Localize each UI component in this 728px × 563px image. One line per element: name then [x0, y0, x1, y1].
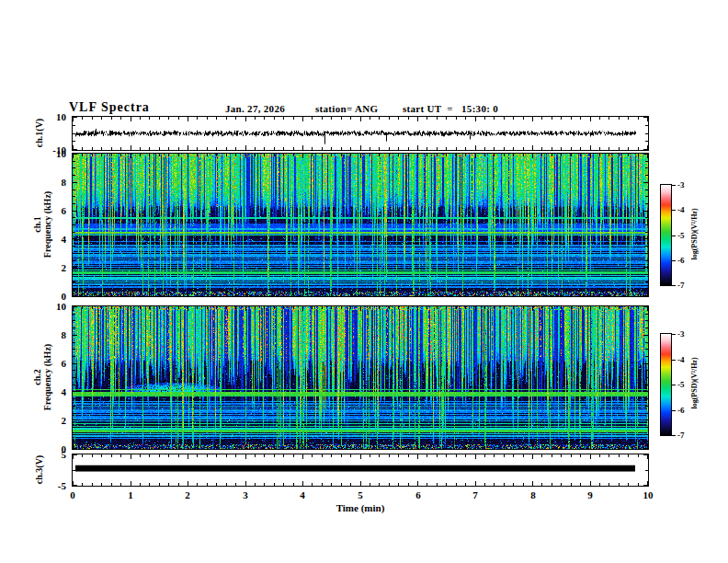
frequency-unit-label: Frequency (kHz): [42, 344, 52, 410]
colorbar-tick-mark: [672, 260, 676, 261]
colorbar-tick-label: -3: [677, 330, 685, 339]
vlf-spectra-figure: VLF Spectra Jan. 27, 2026 station= ANG s…: [0, 0, 728, 563]
colorbar-tick-mark: [672, 185, 676, 186]
x-tick-label: 4: [284, 489, 321, 500]
colorbar-tick-label: -4: [677, 206, 685, 214]
frequency-unit-label: Frequency (kHz): [42, 191, 52, 258]
x-tick-label: 9: [572, 489, 609, 500]
colorbar-tick-mark: [672, 435, 676, 436]
ch1-spectrogram-canvas: [73, 154, 648, 296]
date-label: Jan. 27, 2026: [225, 103, 285, 114]
y-tick-label: 8: [35, 177, 66, 188]
ch1-colorbar-label: log(PSD)(V²/Hz): [690, 161, 699, 308]
colorbar-tick-mark: [672, 360, 676, 361]
x-tick-label: 10: [630, 489, 666, 500]
ch1-waveform-panel: [72, 116, 649, 151]
y-tick-label: 4: [35, 386, 66, 397]
y-tick-label: 2: [35, 415, 66, 426]
x-tick-label: 6: [400, 489, 437, 500]
colorbar-tick-mark: [672, 334, 676, 335]
x-tick-label: 2: [169, 489, 206, 500]
ch3-waveform-panel: [72, 454, 649, 487]
y-tick-label: 10: [35, 301, 66, 312]
figure-title: VLF Spectra: [69, 100, 150, 115]
x-tick-label: 3: [227, 489, 264, 500]
colorbar-tick-label: -6: [677, 257, 685, 265]
time-axis-title: Time (min): [72, 502, 649, 513]
y-tick-label: 5: [35, 449, 66, 460]
y-tick-label: -10: [35, 144, 66, 155]
y-tick-label: -5: [35, 480, 66, 491]
ch2-spectrogram-canvas: [73, 306, 648, 449]
colorbar-tick-label: -5: [677, 381, 685, 389]
colorbar-tick-label: -3: [677, 181, 685, 190]
ch2-colorbar-label: log(PSD)(V²/Hz): [690, 310, 699, 457]
ch2-spectrogram-panel: [72, 305, 649, 450]
ch2-colorbar: [660, 333, 672, 436]
colorbar-tick-mark: [672, 210, 676, 211]
colorbar-tick-label: -4: [677, 356, 685, 364]
x-tick-label: 8: [515, 489, 552, 500]
y-tick-label: 6: [35, 205, 66, 216]
ch1-channel-label: ch.1: [32, 216, 42, 233]
ch1-colorbar: [660, 184, 672, 286]
colorbar-tick-mark: [672, 236, 676, 236]
y-tick-label: 8: [35, 329, 66, 340]
ch3-voltage-axis-label: ch.3(V): [34, 378, 44, 562]
colorbar-tick-mark: [672, 410, 676, 411]
ch3-waveform-canvas: [73, 454, 648, 486]
colorbar-tick-label: -7: [677, 431, 685, 440]
colorbar-tick-label: -6: [677, 407, 685, 415]
ch1-waveform-canvas: [73, 117, 648, 150]
station-label: station= ANG: [315, 103, 378, 114]
y-tick-label: 10: [35, 111, 66, 122]
y-tick-label: 6: [35, 358, 66, 369]
colorbar-tick-label: -7: [677, 282, 685, 290]
colorbar-tick-mark: [672, 385, 676, 385]
y-tick-label: 2: [35, 262, 66, 273]
x-tick-label: 7: [457, 489, 494, 500]
y-tick-label: 4: [35, 234, 66, 245]
colorbar-tick-label: -5: [677, 232, 685, 240]
x-tick-label: 1: [112, 489, 149, 500]
x-tick-label: 5: [342, 489, 379, 500]
ch1-spectrogram-panel: [72, 153, 649, 297]
start-ut-label: start UT = 15:30: 0: [403, 103, 498, 114]
colorbar-tick-mark: [672, 285, 676, 286]
